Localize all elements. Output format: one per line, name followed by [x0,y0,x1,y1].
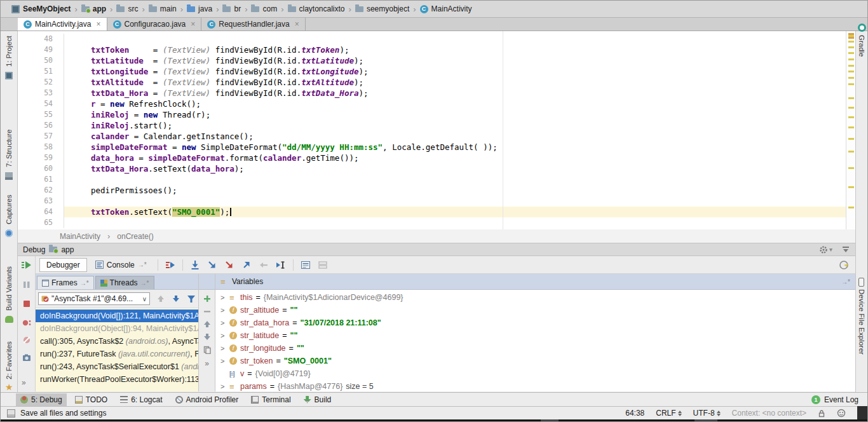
code-line[interactable]: 51txtLongitude = (TextView) findViewById… [18,66,846,77]
code-line[interactable]: 65 [18,217,846,228]
breadcrumb-item-seemyobject[interactable]: seemyobject [353,1,411,17]
variable-row[interactable]: >params = {HashMap@4776} size = 5 [215,380,855,391]
code-line[interactable]: 62pedirPermissoes(); [18,185,846,196]
tab-frames[interactable]: Frames →* [37,276,94,289]
editor-tab[interactable]: Configuracao.java× [107,18,202,31]
code-line[interactable]: 57calander = Calendar.getInstance(); [18,131,846,142]
code-line[interactable]: 61 [18,174,846,185]
variable-row[interactable]: >str_data_hora = "31/07/2018 21:11:08" [215,316,855,329]
variable-row[interactable]: >this = {MainActivity$1AdicionarDevice@4… [215,291,855,304]
add-watch-icon[interactable] [203,295,211,303]
copy-icon[interactable] [203,346,211,354]
variable-row[interactable]: >str_token = "SMO_0001" [215,355,855,367]
close-icon[interactable]: × [191,20,195,29]
move-up-icon[interactable] [203,320,211,328]
code-line[interactable]: 59data_hora = simpleDateFormat.format(ca… [18,153,846,163]
tab-console[interactable]: Console →* [89,258,153,272]
code-line[interactable]: 52txtAltitude = (TextView) findViewById(… [18,77,846,88]
toolwindow-button-todo[interactable]: TODO [71,393,112,406]
sidebar-item-gradle[interactable]: Gradle [858,35,865,57]
frame-row[interactable]: run():243, AsyncTask$SerialExecutor$1 (a… [36,360,198,373]
move-down-icon[interactable] [203,333,211,341]
editor-tab[interactable]: RequestHandler.java× [201,18,305,31]
code-line[interactable]: 58simpleDateFormat = new SimpleDateForma… [18,142,846,153]
variable-row[interactable]: >str_longitude = "" [215,342,855,355]
sidebar-item-device-file-explorer[interactable]: Device File Explorer [858,289,865,355]
variable-row[interactable]: v = {Void[0]@4719} [215,367,855,380]
thread-selector[interactable]: "AsyncTask #1"@4.69... ∨ [38,292,150,305]
more-icon[interactable]: » [22,378,26,387]
editor-tab[interactable]: MainActivity.java× [18,18,107,31]
expand-chevron-icon[interactable]: > [220,306,226,314]
expand-chevron-icon[interactable]: > [220,357,226,365]
frame-row[interactable]: doInBackground(Object[]):94, MainActivit… [36,322,198,335]
sidebar-item-captures[interactable]: Captures [5,194,13,224]
show-execution-point-icon[interactable] [163,259,178,271]
event-log-button[interactable]: 1Event Log [811,395,858,404]
code-line[interactable]: 64txtToken.setText("SMO_0001"); [18,207,846,217]
breadcrumb-item-com[interactable]: com [249,1,279,17]
force-step-into-icon[interactable] [222,259,237,271]
breadcrumb-item-src[interactable]: src [114,1,140,17]
expand-chevron-icon[interactable]: > [220,344,226,352]
encoding-selector[interactable]: UTF-8 [693,409,721,418]
breadcrumb-item-app[interactable]: app [79,1,108,17]
breadcrumb-class[interactable]: MainActivity [60,232,100,241]
step-into-icon[interactable] [205,259,220,271]
sidebar-item-7-structure[interactable]: 7: Structure [5,130,13,167]
toolwindow-button-5-debug[interactable]: 5: Debug [16,393,67,406]
hide-panel-icon[interactable] [841,245,850,254]
code-line[interactable]: 48 [18,34,846,44]
remove-watch-icon[interactable] [203,308,211,315]
tab-debugger[interactable]: Debugger [39,258,87,272]
code-line[interactable]: 55iniReloj = new Thread(r); [18,109,846,120]
pause-button[interactable] [22,280,32,290]
close-icon[interactable]: × [96,20,100,29]
breadcrumb-item-seemyobject[interactable]: SeeMyObject [10,1,72,17]
breadcrumb-item-java[interactable]: java [185,1,214,17]
step-over-icon[interactable] [187,259,203,271]
breadcrumb-item-main[interactable]: main [147,1,179,17]
close-icon[interactable]: × [295,20,299,29]
tab-threads[interactable]: Threads →* [95,276,154,289]
code-line[interactable]: 49txtToken = (TextView) findViewById(R.i… [18,44,846,55]
lock-icon[interactable] [818,409,825,418]
breadcrumb-item-mainactivity[interactable]: MainActivity [418,1,474,17]
frame-row[interactable]: doInBackground(Void[]):121, MainActivity… [36,310,198,322]
expand-chevron-icon[interactable]: > [220,294,226,301]
code-line[interactable]: 56iniReloj.start(); [18,120,846,131]
drop-frame-icon[interactable] [256,259,271,271]
frame-row[interactable]: runWorker(ThreadPoolExecutor$Worker):113… [36,373,198,386]
caret-position[interactable]: 64:38 [625,409,644,418]
run-to-cursor-icon[interactable] [273,259,288,271]
sidebar-item-build-variants[interactable]: Build Variants [5,266,13,311]
variable-row[interactable]: >str_latitude = "" [215,329,855,342]
toolwindow-button-android-profiler[interactable]: Android Profiler [171,393,243,406]
step-out-icon[interactable] [239,259,254,271]
breadcrumb-item-claytoncalixto[interactable]: claytoncalixto [286,1,347,17]
code-line[interactable]: 63 [18,196,846,207]
mute-breakpoints-icon[interactable] [22,335,32,345]
thread-dump-camera-icon[interactable] [22,353,32,363]
line-ending-selector[interactable]: CRLF [656,409,681,418]
expand-chevron-icon[interactable]: > [220,383,226,390]
editor-scrollbar[interactable] [846,31,855,229]
frame-down-icon[interactable] [172,294,180,303]
toolwindow-button-build[interactable]: Build [299,393,336,406]
frame-row[interactable]: call():305, AsyncTask$2 (android.os), As… [36,335,198,348]
frame-row[interactable]: run():237, FutureTask (java.util.concurr… [36,348,198,360]
filter-icon[interactable] [187,295,196,303]
breadcrumb-method[interactable]: onCreate() [117,232,153,241]
view-breakpoints-icon[interactable] [22,318,32,328]
frame-up-icon[interactable] [156,294,165,303]
expand-chevron-icon[interactable]: > [220,319,226,327]
code-line[interactable]: 54r = new RefreshClock(); [18,99,846,109]
evaluate-expression-icon[interactable] [298,259,313,271]
breadcrumb-item-br[interactable]: br [220,1,243,17]
settings-gear-icon[interactable]: ▾ [819,245,832,254]
layout-settings-icon[interactable] [315,259,330,271]
sidebar-item-2-favorites[interactable]: 2: Favorites [5,341,13,379]
code-line[interactable]: 53txtData_Hora = (TextView) findViewById… [18,88,846,99]
expand-chevron-icon[interactable]: > [220,332,226,339]
code-line[interactable]: 60txtData_Hora.setText(data_hora); [18,163,846,174]
